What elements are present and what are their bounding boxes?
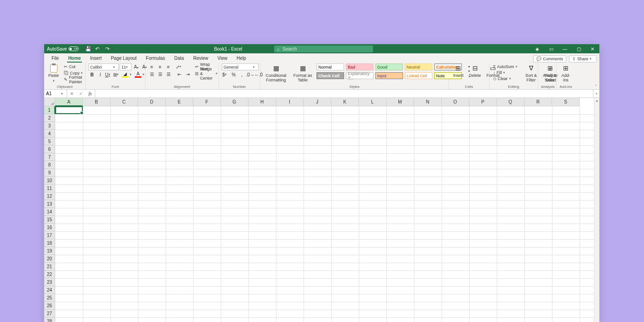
delete-cells-button[interactable]: ⊟Delete	[468, 63, 483, 79]
column-header[interactable]: E	[166, 98, 193, 106]
row-header[interactable]: 27	[44, 310, 55, 317]
number-format-combo[interactable]: General▾	[222, 63, 259, 70]
row-header[interactable]: 24	[44, 286, 55, 294]
conditional-formatting-button[interactable]: ▦Conditional Formatting	[263, 63, 289, 84]
column-header[interactable]: Q	[497, 98, 524, 106]
insert-cells-button[interactable]: ⊞Insert	[452, 63, 465, 79]
undo-icon[interactable]: ↶▾	[95, 46, 102, 52]
tab-file[interactable]: File	[47, 54, 63, 63]
column-header[interactable]: C	[110, 98, 138, 106]
column-header[interactable]: A	[55, 98, 83, 106]
autosum-button[interactable]: ΣAutoSum▾	[492, 63, 520, 69]
account-icon[interactable]: ◈	[530, 44, 544, 53]
autosave-toggle[interactable]: AutoSave Off	[44, 46, 81, 52]
column-header[interactable]: M	[386, 98, 414, 106]
increase-decimal-button[interactable]: .0→	[247, 71, 254, 78]
row-header[interactable]: 25	[44, 294, 55, 302]
font-name-combo[interactable]: Calibri▾	[88, 63, 119, 70]
row-header[interactable]: 6	[44, 145, 55, 153]
row-header[interactable]: 12	[44, 192, 55, 200]
row-header[interactable]: 21	[44, 263, 55, 270]
cut-button[interactable]: Cut	[63, 63, 86, 69]
tab-page-layout[interactable]: Page Layout	[106, 54, 141, 63]
column-header[interactable]: D	[138, 98, 166, 106]
addins-button[interactable]: ⊞Add-ins	[559, 63, 572, 84]
close-button[interactable]: ✕	[586, 44, 599, 53]
expand-formula-bar-button[interactable]: ▾	[593, 90, 599, 98]
decrease-indent-button[interactable]: ⇤	[176, 71, 183, 77]
name-box[interactable]: A1▾	[44, 90, 67, 98]
column-header[interactable]: G	[221, 98, 248, 106]
row-header[interactable]: 10	[44, 177, 55, 184]
row-header[interactable]: 4	[44, 130, 55, 138]
select-all-button[interactable]	[44, 98, 55, 106]
row-header[interactable]: 19	[44, 247, 55, 255]
redo-icon[interactable]: ↷▾	[105, 46, 112, 52]
row-header[interactable]: 26	[44, 302, 55, 310]
cell-style-bad[interactable]: Bad	[346, 63, 374, 70]
save-icon[interactable]: 💾	[85, 46, 92, 52]
tab-view[interactable]: View	[213, 54, 232, 63]
format-as-table-button[interactable]: ▦Format as Table	[292, 63, 314, 84]
cell-style-check-cell[interactable]: Check Cell	[316, 72, 344, 79]
orientation-button[interactable]: ⤢▾	[176, 63, 183, 70]
align-bottom-button[interactable]: ≡	[165, 63, 172, 70]
ribbon-display-icon[interactable]: ▭	[544, 44, 558, 53]
column-header[interactable]: N	[414, 98, 442, 106]
share-button[interactable]: ⇪Share▾	[569, 55, 597, 63]
row-header[interactable]: 23	[44, 278, 55, 286]
row-header[interactable]: 15	[44, 216, 55, 224]
align-center-button[interactable]: ☰	[156, 71, 164, 77]
row-header[interactable]: 16	[44, 224, 55, 231]
cells-area[interactable]	[55, 106, 594, 322]
column-header[interactable]: R	[524, 98, 552, 106]
row-header[interactable]: 20	[44, 255, 55, 263]
tab-home[interactable]: Home	[63, 54, 86, 63]
fill-button[interactable]: ↓Fill▾	[492, 69, 520, 75]
cell-style-input[interactable]: Input	[375, 72, 403, 79]
italic-button[interactable]: I	[97, 71, 104, 78]
row-header[interactable]: 2	[44, 114, 55, 122]
merge-center-button[interactable]: ⊟Merge & Center▾	[194, 70, 218, 76]
collapse-ribbon-button[interactable]: ⌃	[594, 84, 598, 88]
align-left-button[interactable]: ☰	[148, 71, 155, 77]
enter-formula-button[interactable]: ✓	[76, 90, 86, 98]
align-right-button[interactable]: ☰	[165, 71, 172, 77]
underline-button[interactable]: U▾	[105, 71, 112, 78]
column-header[interactable]: J	[304, 98, 331, 106]
tab-insert[interactable]: Insert	[86, 54, 106, 63]
increase-indent-button[interactable]: ⇥	[184, 71, 191, 77]
grow-font-button[interactable]: A▴	[132, 63, 140, 70]
border-button[interactable]: ⊞▾	[113, 71, 121, 78]
row-header[interactable]: 17	[44, 231, 55, 239]
format-painter-button[interactable]: Format Painter	[63, 76, 86, 82]
row-header[interactable]: 22	[44, 270, 55, 278]
row-header[interactable]: 28	[44, 317, 55, 322]
maximize-button[interactable]: ▢	[572, 44, 586, 53]
cell-style-good[interactable]: Good	[375, 63, 403, 70]
cancel-formula-button[interactable]: ✕	[67, 90, 76, 98]
align-middle-button[interactable]: ≡	[156, 63, 164, 70]
search-box[interactable]: ⌕ Search	[274, 46, 373, 52]
column-header[interactable]: B	[83, 98, 110, 106]
minimize-button[interactable]: —	[558, 44, 572, 53]
cell-style-linked-cell[interactable]: Linked Cell	[405, 72, 432, 79]
row-header[interactable]: 14	[44, 208, 55, 216]
fill-color-button[interactable]: ◢	[121, 71, 129, 78]
vertical-scrollbar[interactable]: ▴	[594, 98, 599, 322]
qat-customize-icon[interactable]: ▾	[115, 46, 119, 52]
accounting-format-button[interactable]: $▾	[222, 71, 229, 78]
row-header[interactable]: 7	[44, 153, 55, 161]
align-top-button[interactable]: ≡	[148, 63, 155, 70]
font-color-button[interactable]: A	[134, 71, 142, 78]
tab-data[interactable]: Data	[170, 54, 189, 63]
row-header[interactable]: 1	[44, 106, 55, 114]
scroll-up-icon[interactable]: ▴	[594, 98, 599, 104]
cell-style-neutral[interactable]: Neutral	[405, 63, 432, 70]
column-header[interactable]: O	[442, 98, 469, 106]
column-header[interactable]: P	[469, 98, 497, 106]
tab-help[interactable]: Help	[232, 54, 251, 63]
column-header[interactable]: H	[248, 98, 276, 106]
cell-style-normal[interactable]: Normal	[316, 63, 344, 70]
cell-style-explanatory-t-[interactable]: Explanatory T...	[346, 72, 374, 79]
